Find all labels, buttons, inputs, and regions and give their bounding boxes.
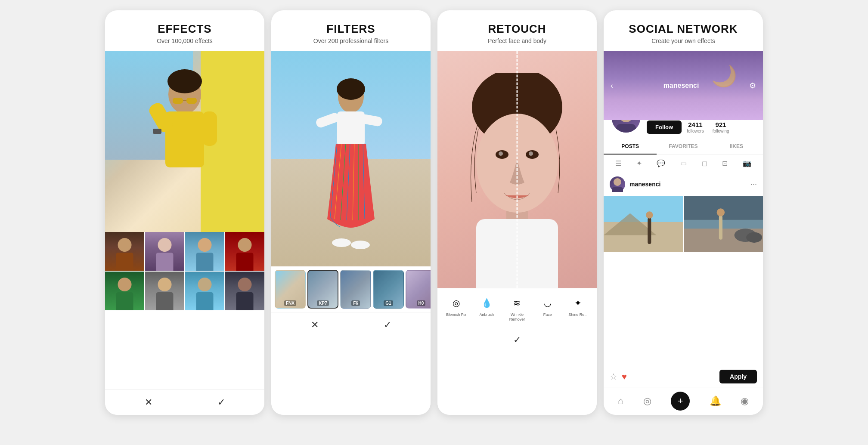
more-options-button[interactable]: ···: [750, 180, 757, 189]
home-nav-icon[interactable]: ⌂: [618, 396, 623, 407]
explore-nav-icon[interactable]: ◎: [643, 396, 651, 407]
retouch-tools-bar: ◎ Blemish Fix 💧 Airbrush ≋ Wrinkle Remov…: [437, 288, 597, 329]
svg-rect-53: [719, 216, 722, 240]
filter-thumb-kp7[interactable]: KP7: [307, 270, 338, 309]
filters-screen: FNX KP7 F6 G1 H0 +: [271, 51, 431, 415]
social-header: SOCIAL NETWORK Create your own effects: [604, 10, 763, 51]
retouch-screen-inner: ◎ Blemish Fix 💧 Airbrush ≋ Wrinkle Remov…: [437, 51, 597, 415]
folder-icon[interactable]: ⊡: [722, 159, 728, 167]
tool-shine-remover[interactable]: ✦ Shine Re...: [565, 295, 591, 322]
filter-label-kp7: KP7: [317, 300, 329, 306]
grid-view-icon[interactable]: ✦: [636, 159, 642, 167]
retouch-bottom-bar: ✓: [437, 329, 597, 351]
filter-thumb-h0[interactable]: H0: [406, 270, 431, 309]
filter-label-fnx: FNX: [284, 300, 296, 306]
profile-tabs: POSTS FAVORITES lIKES: [604, 139, 763, 155]
svg-point-39: [529, 151, 533, 156]
post-image-1[interactable]: [604, 196, 683, 252]
svg-point-21: [198, 278, 212, 291]
notifications-nav-icon[interactable]: 🔔: [710, 396, 721, 407]
retouch-main-photo: [437, 51, 597, 288]
bookmark-icon[interactable]: ☆: [610, 371, 617, 382]
back-icon[interactable]: ‹: [611, 81, 613, 90]
following-count: 921: [713, 121, 729, 129]
effects-cancel-button[interactable]: ✕: [145, 397, 152, 408]
svg-point-38: [499, 151, 503, 156]
apply-button[interactable]: Apply: [719, 370, 757, 383]
effects-title: EFFECTS: [114, 22, 256, 36]
grid-cell-5[interactable]: [105, 272, 144, 310]
tab-posts[interactable]: POSTS: [604, 139, 657, 155]
heart-icon[interactable]: ♥: [622, 372, 627, 382]
filters-strip: FNX KP7 F6 G1 H0 +: [271, 266, 431, 312]
profile-nav-icon[interactable]: ◉: [741, 396, 749, 407]
svg-rect-28: [315, 112, 340, 129]
tab-favorites[interactable]: FAVORITES: [657, 139, 710, 155]
svg-point-11: [158, 238, 172, 252]
filters-subtitle: Over 200 professional filters: [280, 37, 422, 44]
social-bottom-nav: ⌂ ◎ + 🔔 ◉: [604, 387, 763, 415]
grid-cell-8[interactable]: [225, 272, 264, 310]
filters-cancel-button[interactable]: ✕: [311, 319, 319, 331]
svg-point-54: [717, 208, 725, 216]
person-svg: [142, 68, 228, 232]
grid-cell-1[interactable]: [105, 232, 144, 271]
effects-screen-inner: ✕ ✓: [105, 51, 264, 415]
blemish-fix-icon: ◎: [448, 295, 464, 311]
filter-thumb-fnx[interactable]: FNX: [275, 270, 306, 309]
content-filter-row: ☰ ✦ 💬 ▭ ◻ ⊡ 📷: [604, 155, 763, 172]
svg-rect-43: [612, 187, 623, 192]
following-label: following: [713, 129, 729, 134]
speech-icon[interactable]: 💬: [657, 159, 665, 167]
followers-count: 2411: [687, 121, 704, 129]
woman-svg: [312, 73, 390, 266]
retouch-confirm-button[interactable]: ✓: [513, 334, 521, 346]
follow-button[interactable]: Follow: [647, 121, 682, 134]
social-profile-header: ‹ manesenci ⚙ 🌙: [604, 51, 763, 120]
grid-cell-7[interactable]: [185, 272, 224, 310]
svg-rect-45: [604, 196, 683, 222]
effects-confirm-button[interactable]: ✓: [217, 397, 225, 408]
grid-cell-4[interactable]: [225, 232, 264, 271]
svg-point-13: [198, 238, 212, 252]
tool-face[interactable]: ◡ Face: [535, 295, 561, 322]
filter-thumb-f6[interactable]: F6: [340, 270, 371, 309]
svg-rect-46: [648, 218, 651, 244]
filters-confirm-button[interactable]: ✓: [384, 319, 391, 331]
filter-label-h0: H0: [417, 300, 426, 306]
filters-screen-inner: FNX KP7 F6 G1 H0 +: [271, 51, 431, 415]
poster-avatar: [610, 176, 625, 192]
filters-header: FILTERS Over 200 professional filters: [271, 10, 431, 51]
social-title: SOCIAL NETWORK: [612, 22, 754, 36]
app-container: EFFECTS Over 100,000 effects: [0, 0, 868, 445]
grid-cell-3[interactable]: [185, 232, 224, 271]
svg-rect-8: [153, 129, 161, 134]
grid-cell-2[interactable]: [145, 232, 184, 271]
effects-header: EFFECTS Over 100,000 effects: [105, 10, 264, 51]
svg-point-1: [167, 69, 202, 93]
effects-grid: [105, 232, 264, 389]
settings-icon[interactable]: ⚙: [749, 81, 756, 90]
tool-airbrush[interactable]: 💧 Airbrush: [474, 295, 499, 322]
svg-rect-5: [173, 98, 183, 104]
svg-rect-24: [236, 292, 254, 310]
svg-point-52: [746, 232, 762, 243]
camera-icon[interactable]: 📷: [743, 159, 751, 167]
svg-point-42: [614, 178, 621, 186]
tool-blemish-fix[interactable]: ◎ Blemish Fix: [443, 295, 469, 322]
shine-label: Shine Re...: [568, 312, 588, 317]
grid-cell-6[interactable]: [145, 272, 184, 310]
tab-likes[interactable]: lIKES: [710, 139, 763, 155]
svg-rect-27: [337, 111, 365, 146]
post-image-2[interactable]: [684, 196, 763, 252]
list-view-icon[interactable]: ☰: [615, 159, 621, 167]
create-post-button[interactable]: +: [671, 392, 690, 411]
screen-icon[interactable]: ◻: [702, 159, 707, 167]
retouch-divider: [517, 51, 518, 288]
filters-title: FILTERS: [280, 22, 422, 36]
tool-wrinkle-remover[interactable]: ≋ Wrinkle Remover: [504, 295, 530, 322]
face-area: [437, 51, 597, 288]
image-icon[interactable]: ▭: [680, 159, 687, 167]
svg-point-9: [118, 238, 132, 252]
filter-thumb-g1[interactable]: G1: [373, 270, 404, 309]
